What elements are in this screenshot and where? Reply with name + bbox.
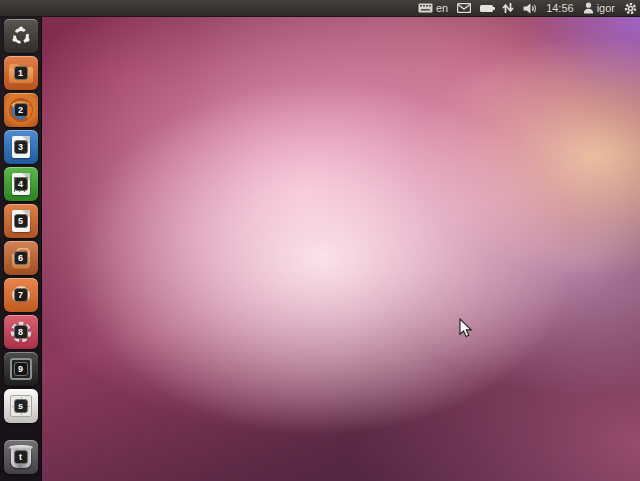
launcher-item-workspace-switcher[interactable]: 9 bbox=[4, 352, 38, 386]
sound-indicator[interactable] bbox=[523, 0, 537, 16]
keyboard-layout-indicator[interactable]: en bbox=[418, 0, 448, 16]
shortcut-badge: 5 bbox=[14, 214, 28, 228]
shortcut-badge: s bbox=[14, 399, 28, 413]
mail-icon bbox=[457, 3, 471, 13]
network-updown-icon bbox=[502, 2, 514, 14]
shortcut-badge: 8 bbox=[14, 325, 28, 339]
top-panel: en 14:56 bbox=[0, 0, 640, 17]
user-menu[interactable]: igor bbox=[583, 0, 615, 16]
launcher-item-ubuntu-one[interactable]: 7 bbox=[4, 278, 38, 312]
ubuntu-logo-icon bbox=[10, 25, 32, 47]
keyboard-layout-label: en bbox=[436, 0, 448, 16]
shortcut-badge: t bbox=[14, 450, 28, 464]
indicator-area: en 14:56 bbox=[418, 0, 637, 16]
launcher-item-firefox[interactable]: 2 bbox=[4, 93, 38, 127]
unity-launcher: 1 2 3 4 5 6 7 8 bbox=[0, 17, 42, 481]
shortcut-badge: 6 bbox=[14, 251, 28, 265]
session-menu[interactable] bbox=[624, 0, 637, 16]
launcher-item-ubuntu-software-center[interactable]: 6 bbox=[4, 241, 38, 275]
gear-icon bbox=[624, 2, 637, 15]
shortcut-badge: 2 bbox=[14, 103, 28, 117]
shortcut-badge: 3 bbox=[14, 140, 28, 154]
launcher-item-app-s[interactable]: s bbox=[4, 389, 38, 423]
launcher-item-libreoffice-impress[interactable]: 5 bbox=[4, 204, 38, 238]
shortcut-badge: 4 bbox=[14, 177, 28, 191]
shortcut-badge: 9 bbox=[14, 362, 28, 376]
network-indicator[interactable] bbox=[502, 0, 514, 16]
clock-indicator[interactable]: 14:56 bbox=[546, 0, 574, 16]
clock-label: 14:56 bbox=[546, 0, 574, 16]
desktop-wallpaper[interactable] bbox=[42, 17, 640, 481]
messaging-menu[interactable] bbox=[457, 0, 471, 16]
launcher-item-dash-home[interactable] bbox=[4, 19, 38, 53]
username-label: igor bbox=[597, 0, 615, 16]
keyboard-icon bbox=[418, 3, 433, 13]
launcher-item-home-folder[interactable]: 1 bbox=[4, 56, 38, 90]
mouse-cursor bbox=[459, 318, 473, 339]
shortcut-badge: 7 bbox=[14, 288, 28, 302]
user-icon bbox=[583, 2, 594, 14]
launcher-item-system-settings[interactable]: 8 bbox=[4, 315, 38, 349]
battery-icon bbox=[480, 5, 493, 12]
battery-indicator[interactable] bbox=[480, 0, 493, 16]
launcher-item-libreoffice-writer[interactable]: 3 bbox=[4, 130, 38, 164]
shortcut-badge: 1 bbox=[14, 66, 28, 80]
launcher-item-libreoffice-calc[interactable]: 4 bbox=[4, 167, 38, 201]
volume-icon bbox=[523, 3, 537, 14]
launcher-item-trash[interactable]: t bbox=[4, 440, 38, 474]
